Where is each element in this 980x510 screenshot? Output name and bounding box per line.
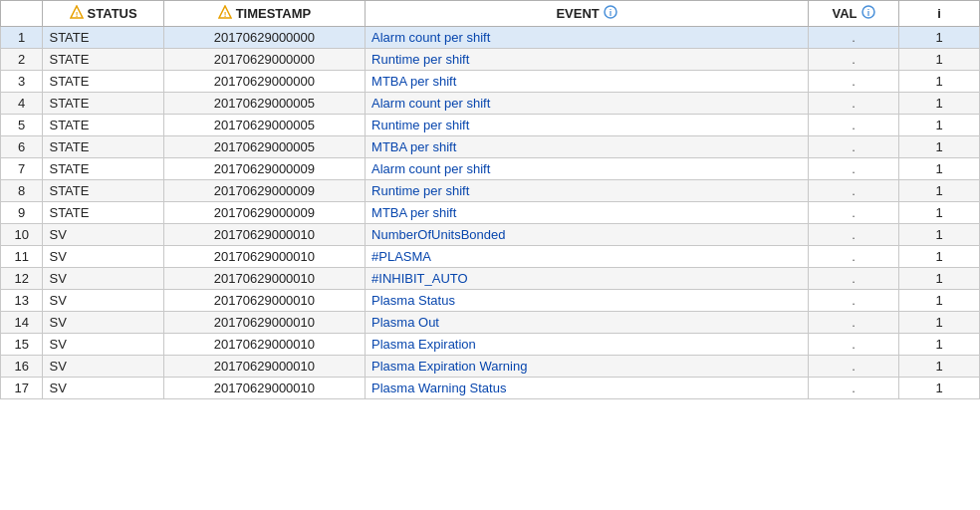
cell-event[interactable]: MTBA per shift [366, 71, 809, 93]
table-row[interactable]: 15 SV 20170629000010 Plasma Expiration .… [1, 334, 980, 356]
timestamp-warning-icon: ! [218, 5, 232, 22]
cell-timestamp: 20170629000010 [163, 224, 365, 246]
cell-row-number: 11 [1, 246, 43, 268]
cell-event[interactable]: Plasma Out [366, 312, 809, 334]
cell-i: 1 [899, 115, 980, 136]
cell-timestamp: 20170629000005 [163, 115, 365, 136]
cell-i: 1 [899, 27, 980, 49]
cell-i: 1 [899, 246, 980, 268]
cell-timestamp: 20170629000010 [163, 312, 365, 334]
cell-i: 1 [899, 356, 980, 378]
cell-event[interactable]: Plasma Expiration Warning [366, 356, 809, 378]
col-header-timestamp[interactable]: ! TIMESTAMP [163, 1, 365, 27]
table-row[interactable]: 10 SV 20170629000010 NumberOfUnitsBonded… [1, 224, 980, 246]
cell-status: STATE [43, 93, 163, 115]
table-row[interactable]: 9 STATE 20170629000009 MTBA per shift . … [1, 202, 980, 224]
cell-event[interactable]: MTBA per shift [366, 202, 809, 224]
table-row[interactable]: 11 SV 20170629000010 #PLASMA . 1 [1, 246, 980, 268]
cell-row-number: 2 [1, 49, 43, 71]
cell-i: 1 [899, 180, 980, 202]
cell-event[interactable]: Runtime per shift [366, 180, 809, 202]
cell-i: 1 [899, 71, 980, 93]
cell-status: STATE [43, 158, 163, 180]
cell-i: 1 [899, 136, 980, 158]
cell-row-number: 10 [1, 224, 43, 246]
col-header-status[interactable]: ! STATUS [43, 1, 163, 27]
cell-i: 1 [899, 93, 980, 115]
cell-row-number: 15 [1, 334, 43, 356]
table-row[interactable]: 5 STATE 20170629000005 Runtime per shift… [1, 115, 980, 136]
col-header-timestamp-label: TIMESTAMP [236, 6, 312, 21]
cell-row-number: 3 [1, 71, 43, 93]
cell-timestamp: 20170629000005 [163, 93, 365, 115]
cell-val: . [809, 334, 899, 356]
cell-event[interactable]: Plasma Warning Status [366, 378, 809, 399]
cell-i: 1 [899, 290, 980, 312]
table-row[interactable]: 8 STATE 20170629000009 Runtime per shift… [1, 180, 980, 202]
cell-status: SV [43, 312, 163, 334]
cell-event[interactable]: #INHIBIT_AUTO [366, 268, 809, 290]
cell-val: . [809, 115, 899, 136]
val-info-icon: i [861, 5, 875, 22]
table-row[interactable]: 14 SV 20170629000010 Plasma Out . 1 [1, 312, 980, 334]
cell-timestamp: 20170629000000 [163, 49, 365, 71]
cell-event[interactable]: Alarm count per shift [366, 27, 809, 49]
cell-i: 1 [899, 378, 980, 399]
cell-val: . [809, 246, 899, 268]
cell-val: . [809, 356, 899, 378]
cell-event[interactable]: Runtime per shift [366, 115, 809, 136]
cell-event[interactable]: MTBA per shift [366, 136, 809, 158]
cell-event[interactable]: Alarm count per shift [366, 93, 809, 115]
cell-event[interactable]: Plasma Status [366, 290, 809, 312]
cell-row-number: 6 [1, 136, 43, 158]
table-row[interactable]: 7 STATE 20170629000009 Alarm count per s… [1, 158, 980, 180]
table-row[interactable]: 16 SV 20170629000010 Plasma Expiration W… [1, 356, 980, 378]
cell-event[interactable]: Alarm count per shift [366, 158, 809, 180]
cell-status: SV [43, 378, 163, 399]
cell-row-number: 7 [1, 158, 43, 180]
col-header-val[interactable]: VAL i [809, 1, 899, 27]
data-table: ! STATUS ! TIMESTAMP EVENT i [0, 0, 980, 399]
table-row[interactable]: 3 STATE 20170629000000 MTBA per shift . … [1, 71, 980, 93]
table-row[interactable]: 4 STATE 20170629000005 Alarm count per s… [1, 93, 980, 115]
cell-val: . [809, 71, 899, 93]
event-info-icon: i [604, 5, 617, 22]
table-row[interactable]: 17 SV 20170629000010 Plasma Warning Stat… [1, 378, 980, 399]
col-header-i-label: i [937, 6, 941, 21]
cell-row-number: 1 [1, 27, 43, 49]
cell-timestamp: 20170629000009 [163, 180, 365, 202]
cell-timestamp: 20170629000009 [163, 158, 365, 180]
col-header-event[interactable]: EVENT i [366, 1, 809, 27]
cell-status: STATE [43, 180, 163, 202]
cell-i: 1 [899, 158, 980, 180]
cell-val: . [809, 312, 899, 334]
table-row[interactable]: 13 SV 20170629000010 Plasma Status . 1 [1, 290, 980, 312]
cell-val: . [809, 27, 899, 49]
cell-val: . [809, 136, 899, 158]
cell-status: STATE [43, 71, 163, 93]
cell-event[interactable]: Runtime per shift [366, 49, 809, 71]
cell-row-number: 9 [1, 202, 43, 224]
cell-timestamp: 20170629000010 [163, 356, 365, 378]
cell-val: . [809, 49, 899, 71]
table-row[interactable]: 1 STATE 20170629000000 Alarm count per s… [1, 27, 980, 49]
cell-i: 1 [899, 224, 980, 246]
cell-event[interactable]: NumberOfUnitsBonded [366, 224, 809, 246]
cell-timestamp: 20170629000010 [163, 378, 365, 399]
cell-val: . [809, 158, 899, 180]
cell-val: . [809, 268, 899, 290]
cell-event[interactable]: #PLASMA [366, 246, 809, 268]
cell-i: 1 [899, 49, 980, 71]
cell-status: STATE [43, 136, 163, 158]
table-row[interactable]: 12 SV 20170629000010 #INHIBIT_AUTO . 1 [1, 268, 980, 290]
cell-event[interactable]: Plasma Expiration [366, 334, 809, 356]
cell-status: STATE [43, 115, 163, 136]
cell-row-number: 4 [1, 93, 43, 115]
cell-val: . [809, 378, 899, 399]
cell-row-number: 13 [1, 290, 43, 312]
svg-text:!: ! [223, 10, 226, 19]
table-row[interactable]: 2 STATE 20170629000000 Runtime per shift… [1, 49, 980, 71]
cell-status: SV [43, 224, 163, 246]
col-header-row [1, 1, 43, 27]
table-row[interactable]: 6 STATE 20170629000005 MTBA per shift . … [1, 136, 980, 158]
